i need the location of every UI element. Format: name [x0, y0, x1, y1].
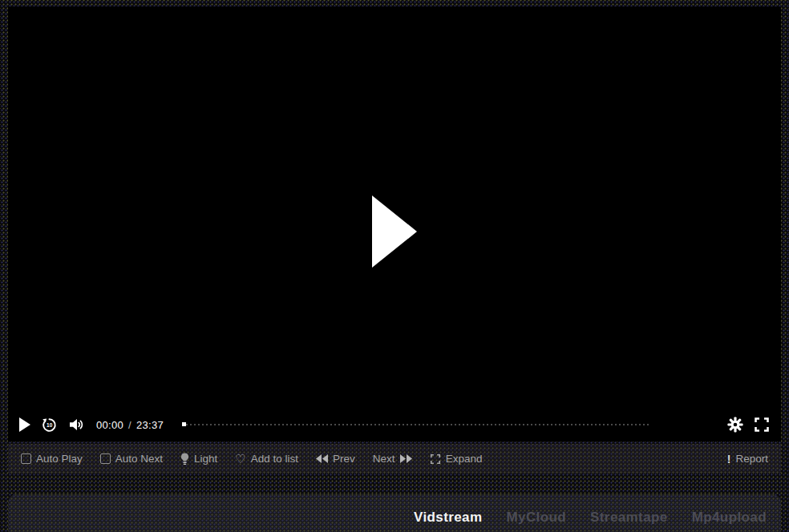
next-episode-button[interactable]: Next [373, 453, 412, 465]
light-icon [180, 453, 189, 466]
player-control-bar: 10 00:00 / 23:37 [8, 408, 781, 441]
expand-button[interactable]: Expand [430, 453, 483, 465]
player-toolbar: Auto Play Auto Next Light ♡ Add to list … [8, 444, 781, 474]
fullscreen-button[interactable] [754, 417, 770, 433]
time-total: 23:37 [136, 419, 164, 431]
next-icon [400, 454, 412, 463]
report-label: Report [735, 453, 768, 465]
checkbox-icon[interactable] [100, 453, 111, 464]
volume-icon [68, 417, 86, 432]
add-to-list-label: Add to list [251, 453, 298, 465]
prev-episode-button[interactable]: Prev [316, 453, 355, 465]
time-current: 00:00 [96, 419, 123, 431]
report-icon: ! [727, 453, 731, 466]
rewind-10-button[interactable]: 10 [41, 417, 58, 433]
prev-label: Prev [333, 453, 355, 465]
server-mycloud[interactable]: MyCloud [506, 510, 566, 526]
play-icon [19, 417, 30, 432]
expand-label: Expand [446, 453, 483, 465]
heart-icon: ♡ [235, 453, 245, 465]
light-label: Light [194, 453, 217, 465]
video-player[interactable]: 10 00:00 / 23:37 [8, 6, 781, 441]
auto-next-label: Auto Next [115, 453, 163, 465]
auto-next-toggle[interactable]: Auto Next [100, 453, 163, 465]
seek-track [182, 424, 649, 425]
svg-text:10: 10 [47, 422, 53, 428]
auto-play-label: Auto Play [36, 453, 83, 465]
seek-bar[interactable] [182, 421, 709, 428]
time-separator: / [128, 419, 132, 431]
server-vidstream[interactable]: Vidstream [414, 510, 483, 526]
servers-panel: Vidstream MyCloud Streamtape Mp4upload [8, 494, 781, 532]
next-label: Next [373, 453, 395, 465]
settings-icon [727, 417, 743, 433]
report-button[interactable]: ! Report [727, 453, 768, 466]
rewind-10-icon: 10 [41, 417, 58, 433]
auto-play-toggle[interactable]: Auto Play [21, 453, 83, 465]
volume-button[interactable] [68, 417, 86, 432]
play-button[interactable] [19, 417, 30, 432]
add-to-list-button[interactable]: ♡ Add to list [235, 453, 298, 465]
seek-knob[interactable] [182, 422, 186, 426]
checkbox-icon[interactable] [21, 453, 31, 464]
server-mp4upload[interactable]: Mp4upload [692, 510, 767, 526]
server-streamtape[interactable]: Streamtape [590, 510, 668, 526]
light-toggle[interactable]: Light [180, 453, 217, 466]
settings-button[interactable] [727, 417, 743, 433]
time-display: 00:00 / 23:37 [96, 419, 164, 431]
expand-icon [430, 453, 441, 465]
prev-icon [316, 454, 328, 463]
fullscreen-icon [754, 417, 770, 433]
big-play-button[interactable] [372, 195, 417, 268]
